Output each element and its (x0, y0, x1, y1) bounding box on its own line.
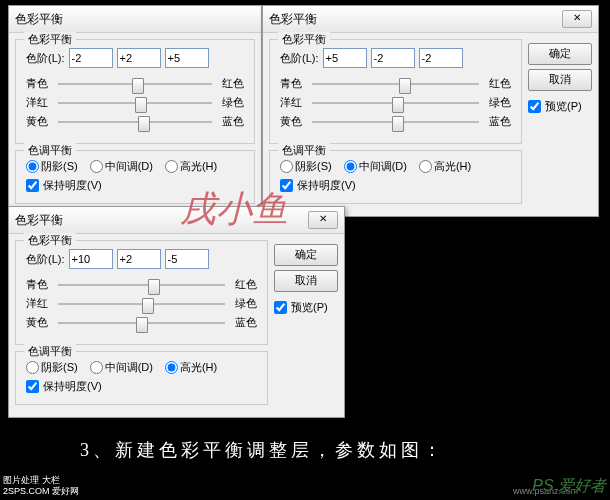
tone-balance-group: 色调平衡 阴影(S) 中间调(D) 高光(H) 保持明度(V) (269, 150, 522, 204)
dialog-title: 色彩平衡 (15, 11, 63, 28)
close-button[interactable]: ✕ (562, 10, 592, 28)
blue-label: 蓝色 (229, 315, 257, 330)
watermark-logo: PS 爱好者 (532, 476, 606, 497)
midtones-radio[interactable]: 中间调(D) (90, 360, 153, 375)
preview-label: 预览(P) (545, 99, 582, 114)
preserve-lum-label: 保持明度(V) (43, 379, 102, 394)
color-balance-dialog-1: 色彩平衡 色彩平衡 色阶(L): 青色红色 洋红绿色 黄色蓝色 色调平衡 阴影(… (8, 5, 262, 217)
watermark-box: 图片处理 大栏 2SPS.COM 爱好网 (3, 475, 79, 497)
group-title: 色调平衡 (24, 143, 76, 158)
magenta-label: 洋红 (26, 296, 54, 311)
tone-balance-group: 色调平衡 阴影(S) 中间调(D) 高光(H) 保持明度(V) (15, 150, 255, 204)
magenta-green-slider[interactable] (312, 96, 479, 110)
levels-label: 色阶(L): (26, 51, 65, 66)
color-balance-dialog-2: 色彩平衡 ✕ 色彩平衡 色阶(L): 青色红色 洋红绿色 黄色蓝色 色调平衡 阴… (262, 5, 599, 217)
preserve-luminosity-checkbox[interactable] (26, 179, 39, 192)
level-input-3[interactable] (165, 249, 209, 269)
magenta-green-slider[interactable] (58, 96, 212, 110)
highlights-radio[interactable]: 高光(H) (419, 159, 471, 174)
color-balance-group: 色彩平衡 色阶(L): 青色红色 洋红绿色 黄色蓝色 (269, 39, 522, 144)
preview-label: 预览(P) (291, 300, 328, 315)
magenta-green-slider[interactable] (58, 297, 225, 311)
shadows-radio[interactable]: 阴影(S) (280, 159, 332, 174)
cancel-button[interactable]: 取消 (274, 270, 338, 292)
blue-label: 蓝色 (483, 114, 511, 129)
yellow-blue-slider[interactable] (58, 316, 225, 330)
preview-checkbox[interactable] (528, 100, 541, 113)
level-input-2[interactable] (117, 249, 161, 269)
titlebar[interactable]: 色彩平衡 (9, 6, 261, 33)
level-input-1[interactable] (69, 48, 113, 68)
shadows-radio[interactable]: 阴影(S) (26, 159, 78, 174)
green-label: 绿色 (483, 95, 511, 110)
preserve-luminosity-checkbox[interactable] (280, 179, 293, 192)
red-label: 红色 (229, 277, 257, 292)
group-title: 色彩平衡 (278, 32, 330, 47)
preserve-lum-label: 保持明度(V) (297, 178, 356, 193)
yellow-label: 黄色 (26, 114, 54, 129)
levels-label: 色阶(L): (280, 51, 319, 66)
level-input-2[interactable] (117, 48, 161, 68)
level-input-3[interactable] (419, 48, 463, 68)
close-button[interactable]: ✕ (308, 211, 338, 229)
blue-label: 蓝色 (216, 114, 244, 129)
preserve-luminosity-checkbox[interactable] (26, 380, 39, 393)
green-label: 绿色 (216, 95, 244, 110)
cyan-label: 青色 (280, 76, 308, 91)
midtones-radio[interactable]: 中间调(D) (344, 159, 407, 174)
dialog-title: 色彩平衡 (15, 212, 63, 229)
levels-label: 色阶(L): (26, 252, 65, 267)
color-balance-dialog-3: 色彩平衡 ✕ 色彩平衡 色阶(L): 青色红色 洋红绿色 黄色蓝色 色调平衡 阴… (8, 206, 345, 418)
magenta-label: 洋红 (26, 95, 54, 110)
red-label: 红色 (483, 76, 511, 91)
preview-checkbox[interactable] (274, 301, 287, 314)
magenta-label: 洋红 (280, 95, 308, 110)
highlights-radio[interactable]: 高光(H) (165, 159, 217, 174)
tone-balance-group: 色调平衡 阴影(S) 中间调(D) 高光(H) 保持明度(V) (15, 351, 268, 405)
titlebar[interactable]: 色彩平衡 ✕ (9, 207, 344, 234)
midtones-radio[interactable]: 中间调(D) (90, 159, 153, 174)
level-input-1[interactable] (69, 249, 113, 269)
cyan-red-slider[interactable] (58, 77, 212, 91)
yellow-label: 黄色 (26, 315, 54, 330)
dialog-title: 色彩平衡 (269, 11, 317, 28)
color-balance-group: 色彩平衡 色阶(L): 青色红色 洋红绿色 黄色蓝色 (15, 240, 268, 345)
group-title: 色彩平衡 (24, 233, 76, 248)
ok-button[interactable]: 确定 (528, 43, 592, 65)
level-input-2[interactable] (371, 48, 415, 68)
yellow-blue-slider[interactable] (312, 115, 479, 129)
green-label: 绿色 (229, 296, 257, 311)
yellow-label: 黄色 (280, 114, 308, 129)
highlights-radio[interactable]: 高光(H) (165, 360, 217, 375)
level-input-3[interactable] (165, 48, 209, 68)
titlebar[interactable]: 色彩平衡 ✕ (263, 6, 598, 33)
cancel-button[interactable]: 取消 (528, 69, 592, 91)
ok-button[interactable]: 确定 (274, 244, 338, 266)
group-title: 色调平衡 (24, 344, 76, 359)
cyan-label: 青色 (26, 76, 54, 91)
red-label: 红色 (216, 76, 244, 91)
shadows-radio[interactable]: 阴影(S) (26, 360, 78, 375)
level-input-1[interactable] (323, 48, 367, 68)
step-caption: 3、新建色彩平衡调整层，参数如图： (80, 438, 445, 462)
cyan-red-slider[interactable] (58, 278, 225, 292)
preserve-lum-label: 保持明度(V) (43, 178, 102, 193)
yellow-blue-slider[interactable] (58, 115, 212, 129)
group-title: 色彩平衡 (24, 32, 76, 47)
cyan-label: 青色 (26, 277, 54, 292)
cyan-red-slider[interactable] (312, 77, 479, 91)
group-title: 色调平衡 (278, 143, 330, 158)
color-balance-group: 色彩平衡 色阶(L): 青色红色 洋红绿色 黄色蓝色 (15, 39, 255, 144)
